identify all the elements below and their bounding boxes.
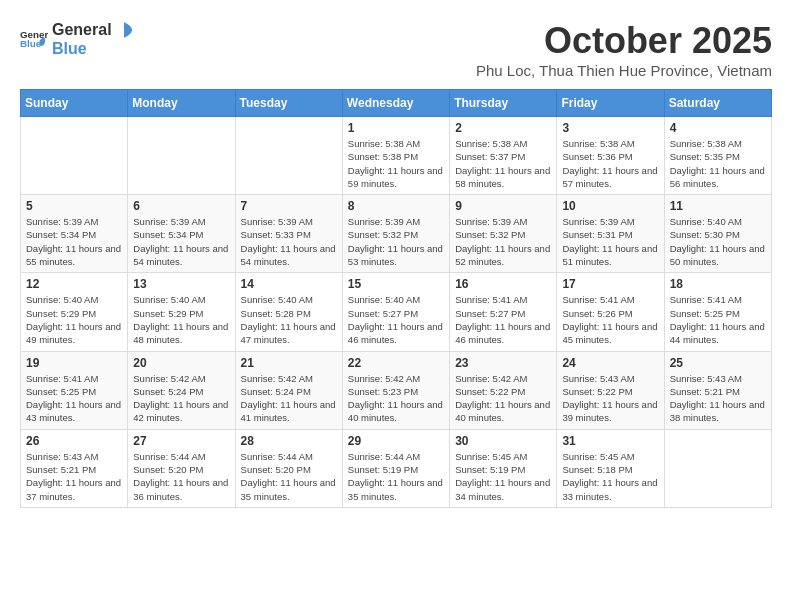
day-info: Sunrise: 5:43 AMSunset: 5:22 PMDaylight:… xyxy=(562,372,658,425)
day-number: 22 xyxy=(348,356,444,370)
day-number: 29 xyxy=(348,434,444,448)
logo-arrow-icon xyxy=(114,20,134,40)
calendar-cell-1-0: 5Sunrise: 5:39 AMSunset: 5:34 PMDaylight… xyxy=(21,195,128,273)
day-number: 18 xyxy=(670,277,766,291)
day-info: Sunrise: 5:39 AMSunset: 5:33 PMDaylight:… xyxy=(241,215,337,268)
calendar-cell-4-5: 31Sunrise: 5:45 AMSunset: 5:18 PMDayligh… xyxy=(557,429,664,507)
day-number: 2 xyxy=(455,121,551,135)
calendar-cell-2-6: 18Sunrise: 5:41 AMSunset: 5:25 PMDayligh… xyxy=(664,273,771,351)
day-number: 14 xyxy=(241,277,337,291)
calendar-cell-2-2: 14Sunrise: 5:40 AMSunset: 5:28 PMDayligh… xyxy=(235,273,342,351)
calendar-cell-0-3: 1Sunrise: 5:38 AMSunset: 5:38 PMDaylight… xyxy=(342,117,449,195)
calendar-cell-0-0 xyxy=(21,117,128,195)
day-number: 7 xyxy=(241,199,337,213)
day-info: Sunrise: 5:42 AMSunset: 5:24 PMDaylight:… xyxy=(241,372,337,425)
day-number: 28 xyxy=(241,434,337,448)
calendar-cell-4-6 xyxy=(664,429,771,507)
weekday-tuesday: Tuesday xyxy=(235,90,342,117)
day-info: Sunrise: 5:43 AMSunset: 5:21 PMDaylight:… xyxy=(26,450,122,503)
calendar-cell-1-3: 8Sunrise: 5:39 AMSunset: 5:32 PMDaylight… xyxy=(342,195,449,273)
calendar-cell-3-6: 25Sunrise: 5:43 AMSunset: 5:21 PMDayligh… xyxy=(664,351,771,429)
weekday-saturday: Saturday xyxy=(664,90,771,117)
day-number: 24 xyxy=(562,356,658,370)
header: General Blue General Blue October 2025 P… xyxy=(20,20,772,79)
day-info: Sunrise: 5:42 AMSunset: 5:22 PMDaylight:… xyxy=(455,372,551,425)
day-info: Sunrise: 5:44 AMSunset: 5:19 PMDaylight:… xyxy=(348,450,444,503)
calendar-cell-2-1: 13Sunrise: 5:40 AMSunset: 5:29 PMDayligh… xyxy=(128,273,235,351)
weekday-header-row: SundayMondayTuesdayWednesdayThursdayFrid… xyxy=(21,90,772,117)
day-number: 10 xyxy=(562,199,658,213)
svg-text:Blue: Blue xyxy=(20,38,42,49)
week-row-4: 19Sunrise: 5:41 AMSunset: 5:25 PMDayligh… xyxy=(21,351,772,429)
day-info: Sunrise: 5:39 AMSunset: 5:34 PMDaylight:… xyxy=(133,215,229,268)
calendar-table: SundayMondayTuesdayWednesdayThursdayFrid… xyxy=(20,89,772,508)
day-info: Sunrise: 5:44 AMSunset: 5:20 PMDaylight:… xyxy=(241,450,337,503)
day-info: Sunrise: 5:38 AMSunset: 5:36 PMDaylight:… xyxy=(562,137,658,190)
day-info: Sunrise: 5:41 AMSunset: 5:25 PMDaylight:… xyxy=(26,372,122,425)
calendar-cell-1-2: 7Sunrise: 5:39 AMSunset: 5:33 PMDaylight… xyxy=(235,195,342,273)
weekday-friday: Friday xyxy=(557,90,664,117)
day-number: 11 xyxy=(670,199,766,213)
logo-general: General xyxy=(52,21,112,39)
calendar-cell-1-4: 9Sunrise: 5:39 AMSunset: 5:32 PMDaylight… xyxy=(450,195,557,273)
day-info: Sunrise: 5:44 AMSunset: 5:20 PMDaylight:… xyxy=(133,450,229,503)
calendar-cell-0-4: 2Sunrise: 5:38 AMSunset: 5:37 PMDaylight… xyxy=(450,117,557,195)
day-info: Sunrise: 5:43 AMSunset: 5:21 PMDaylight:… xyxy=(670,372,766,425)
calendar-cell-4-1: 27Sunrise: 5:44 AMSunset: 5:20 PMDayligh… xyxy=(128,429,235,507)
calendar-cell-2-4: 16Sunrise: 5:41 AMSunset: 5:27 PMDayligh… xyxy=(450,273,557,351)
calendar-cell-1-5: 10Sunrise: 5:39 AMSunset: 5:31 PMDayligh… xyxy=(557,195,664,273)
calendar-cell-4-3: 29Sunrise: 5:44 AMSunset: 5:19 PMDayligh… xyxy=(342,429,449,507)
day-number: 12 xyxy=(26,277,122,291)
day-number: 13 xyxy=(133,277,229,291)
day-info: Sunrise: 5:40 AMSunset: 5:29 PMDaylight:… xyxy=(133,293,229,346)
week-row-2: 5Sunrise: 5:39 AMSunset: 5:34 PMDaylight… xyxy=(21,195,772,273)
day-number: 26 xyxy=(26,434,122,448)
day-info: Sunrise: 5:40 AMSunset: 5:30 PMDaylight:… xyxy=(670,215,766,268)
day-info: Sunrise: 5:39 AMSunset: 5:31 PMDaylight:… xyxy=(562,215,658,268)
day-info: Sunrise: 5:38 AMSunset: 5:37 PMDaylight:… xyxy=(455,137,551,190)
day-info: Sunrise: 5:40 AMSunset: 5:28 PMDaylight:… xyxy=(241,293,337,346)
calendar-cell-3-3: 22Sunrise: 5:42 AMSunset: 5:23 PMDayligh… xyxy=(342,351,449,429)
week-row-1: 1Sunrise: 5:38 AMSunset: 5:38 PMDaylight… xyxy=(21,117,772,195)
weekday-wednesday: Wednesday xyxy=(342,90,449,117)
day-number: 21 xyxy=(241,356,337,370)
calendar-cell-3-0: 19Sunrise: 5:41 AMSunset: 5:25 PMDayligh… xyxy=(21,351,128,429)
calendar-cell-4-0: 26Sunrise: 5:43 AMSunset: 5:21 PMDayligh… xyxy=(21,429,128,507)
day-info: Sunrise: 5:41 AMSunset: 5:27 PMDaylight:… xyxy=(455,293,551,346)
day-info: Sunrise: 5:42 AMSunset: 5:24 PMDaylight:… xyxy=(133,372,229,425)
day-info: Sunrise: 5:38 AMSunset: 5:35 PMDaylight:… xyxy=(670,137,766,190)
calendar-cell-3-1: 20Sunrise: 5:42 AMSunset: 5:24 PMDayligh… xyxy=(128,351,235,429)
day-number: 5 xyxy=(26,199,122,213)
calendar-cell-2-0: 12Sunrise: 5:40 AMSunset: 5:29 PMDayligh… xyxy=(21,273,128,351)
day-info: Sunrise: 5:42 AMSunset: 5:23 PMDaylight:… xyxy=(348,372,444,425)
day-info: Sunrise: 5:40 AMSunset: 5:27 PMDaylight:… xyxy=(348,293,444,346)
day-number: 8 xyxy=(348,199,444,213)
day-number: 19 xyxy=(26,356,122,370)
day-number: 16 xyxy=(455,277,551,291)
weekday-sunday: Sunday xyxy=(21,90,128,117)
calendar-cell-2-5: 17Sunrise: 5:41 AMSunset: 5:26 PMDayligh… xyxy=(557,273,664,351)
calendar-cell-0-2 xyxy=(235,117,342,195)
subtitle: Phu Loc, Thua Thien Hue Province, Vietna… xyxy=(476,62,772,79)
month-title: October 2025 xyxy=(476,20,772,62)
logo-blue: Blue xyxy=(52,40,134,58)
week-row-3: 12Sunrise: 5:40 AMSunset: 5:29 PMDayligh… xyxy=(21,273,772,351)
calendar-cell-1-1: 6Sunrise: 5:39 AMSunset: 5:34 PMDaylight… xyxy=(128,195,235,273)
day-info: Sunrise: 5:45 AMSunset: 5:19 PMDaylight:… xyxy=(455,450,551,503)
day-info: Sunrise: 5:41 AMSunset: 5:26 PMDaylight:… xyxy=(562,293,658,346)
day-info: Sunrise: 5:39 AMSunset: 5:32 PMDaylight:… xyxy=(348,215,444,268)
day-number: 9 xyxy=(455,199,551,213)
day-number: 30 xyxy=(455,434,551,448)
day-info: Sunrise: 5:45 AMSunset: 5:18 PMDaylight:… xyxy=(562,450,658,503)
day-info: Sunrise: 5:39 AMSunset: 5:34 PMDaylight:… xyxy=(26,215,122,268)
day-number: 31 xyxy=(562,434,658,448)
day-number: 20 xyxy=(133,356,229,370)
day-number: 6 xyxy=(133,199,229,213)
day-info: Sunrise: 5:40 AMSunset: 5:29 PMDaylight:… xyxy=(26,293,122,346)
calendar-cell-3-2: 21Sunrise: 5:42 AMSunset: 5:24 PMDayligh… xyxy=(235,351,342,429)
calendar-cell-0-6: 4Sunrise: 5:38 AMSunset: 5:35 PMDaylight… xyxy=(664,117,771,195)
day-number: 25 xyxy=(670,356,766,370)
weekday-monday: Monday xyxy=(128,90,235,117)
day-number: 3 xyxy=(562,121,658,135)
day-info: Sunrise: 5:39 AMSunset: 5:32 PMDaylight:… xyxy=(455,215,551,268)
